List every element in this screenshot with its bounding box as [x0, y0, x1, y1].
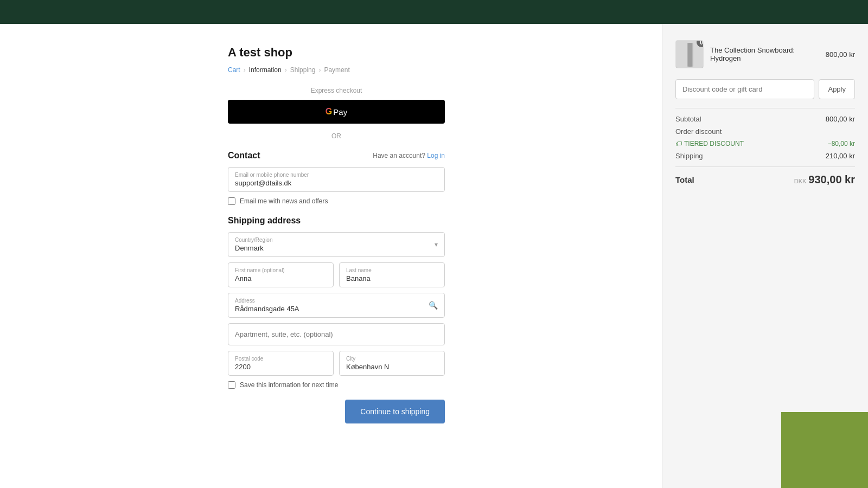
contact-title: Contact	[228, 151, 260, 160]
subtotal-row: Subtotal 800,00 kr	[675, 115, 855, 123]
city-field-group: City	[339, 351, 445, 376]
breadcrumb: Cart › Information › Shipping › Payment	[228, 66, 445, 74]
main-content: A test shop Cart › Information › Shippin…	[0, 24, 868, 488]
address-field-group: Address 🔍	[228, 293, 445, 318]
save-info-checkbox[interactable]	[228, 381, 235, 389]
last-name-input[interactable]	[340, 274, 444, 287]
discount-row: Apply	[675, 79, 855, 99]
checkout-panel: A test shop Cart › Information › Shippin…	[0, 24, 662, 488]
first-name-field-group: First name (optional)	[228, 262, 334, 287]
breadcrumb-information: Information	[249, 66, 282, 74]
contact-section-header: Contact Have an account? Log in	[228, 151, 445, 160]
country-input-wrapper: Country/Region Denmark ▾	[228, 232, 445, 257]
total-value: 930,00 kr	[808, 174, 855, 186]
breadcrumb-sep-3: ›	[318, 66, 321, 74]
login-link[interactable]: Log in	[427, 152, 445, 159]
or-divider: OR	[228, 132, 445, 140]
apt-field-group	[228, 323, 445, 345]
postal-field-group: Postal code	[228, 351, 334, 376]
first-name-label: First name (optional)	[228, 263, 333, 274]
first-name-input[interactable]	[228, 274, 333, 287]
tag-icon: 🏷	[675, 140, 682, 147]
product-price: 800,00 kr	[826, 50, 855, 59]
apt-input-wrapper	[228, 323, 445, 345]
top-bar	[0, 0, 868, 24]
total-value-group: DKK 930,00 kr	[794, 174, 855, 186]
last-name-input-wrapper: Last name	[339, 262, 445, 287]
discount-code-input[interactable]	[675, 79, 814, 99]
newsletter-checkbox[interactable]	[228, 197, 235, 205]
shop-title: A test shop	[228, 46, 445, 60]
shipping-row: Shipping 210,00 kr	[675, 152, 855, 160]
order-discount-row: Order discount	[675, 127, 855, 136]
search-icon: 🔍	[429, 301, 438, 310]
postal-city-row: Postal code City	[228, 351, 445, 376]
discount-tag: 🏷 TIERED DISCOUNT	[675, 140, 744, 147]
total-label: Total	[675, 175, 694, 184]
product-image: 0	[675, 40, 704, 68]
first-name-input-wrapper: First name (optional)	[228, 262, 334, 287]
continue-btn-row: Continue to shipping	[228, 400, 445, 423]
address-label: Address	[228, 293, 444, 305]
city-input-wrapper: City	[339, 351, 445, 376]
summary-divider-1	[675, 108, 855, 108]
save-info-checkbox-group: Save this information for next time	[228, 381, 445, 389]
subtotal-label: Subtotal	[675, 115, 701, 123]
subtotal-value: 800,00 kr	[826, 115, 855, 123]
email-label: Email or mobile phone number	[228, 168, 444, 179]
shipping-value: 210,00 kr	[826, 152, 855, 160]
product-name: The Collection Snowboard: Hydrogen	[710, 46, 819, 62]
breadcrumb-shipping: Shipping	[290, 66, 316, 74]
shipping-address-title: Shipping address	[228, 216, 445, 226]
country-select[interactable]: Denmark	[228, 244, 444, 256]
svg-rect-2	[687, 43, 693, 67]
country-field-group: Country/Region Denmark ▾	[228, 232, 445, 257]
order-discount-label: Order discount	[675, 127, 722, 136]
continue-to-shipping-button[interactable]: Continue to shipping	[345, 400, 445, 423]
address-input-wrapper: Address 🔍	[228, 293, 445, 318]
g-letter: G	[326, 107, 332, 117]
apt-input[interactable]	[228, 324, 444, 345]
country-label: Country/Region	[228, 233, 444, 244]
last-name-label: Last name	[340, 263, 444, 274]
last-name-field-group: Last name	[339, 262, 445, 287]
has-account-text: Have an account?	[373, 152, 425, 159]
email-field-group: Email or mobile phone number	[228, 167, 445, 192]
city-input[interactable]	[340, 363, 444, 375]
login-link-area: Have an account? Log in	[373, 152, 445, 159]
shipping-label: Shipping	[675, 152, 703, 160]
postal-input-wrapper: Postal code	[228, 351, 334, 376]
newsletter-checkbox-group: Email me with news and offers	[228, 197, 445, 205]
name-fields-row: First name (optional) Last name	[228, 262, 445, 287]
discount-value: −80,00 kr	[828, 140, 855, 147]
save-info-label[interactable]: Save this information for next time	[240, 381, 338, 389]
breadcrumb-sep-2: ›	[285, 66, 287, 74]
city-label: City	[340, 351, 444, 363]
newsletter-label[interactable]: Email me with news and offers	[240, 197, 328, 205]
pay-text: Pay	[333, 107, 347, 117]
order-item: 0 The Collection Snowboard: Hydrogen 800…	[675, 40, 855, 68]
chevron-down-icon: ▾	[435, 241, 438, 248]
email-input[interactable]	[228, 179, 444, 191]
total-row: Total DKK 930,00 kr	[675, 174, 855, 186]
breadcrumb-sep-1: ›	[244, 66, 246, 74]
summary-divider-2	[675, 166, 855, 167]
email-input-wrapper: Email or mobile phone number	[228, 167, 445, 192]
discount-name: TIERED DISCOUNT	[684, 140, 744, 147]
apply-discount-button[interactable]: Apply	[819, 79, 855, 99]
checkout-inner: A test shop Cart › Information › Shippin…	[228, 46, 445, 455]
postal-input[interactable]	[228, 363, 333, 375]
bottom-green-accent	[781, 412, 868, 488]
breadcrumb-payment: Payment	[324, 66, 349, 74]
total-currency: DKK	[794, 178, 807, 184]
address-input[interactable]	[228, 305, 444, 317]
gpay-button[interactable]: G Pay	[228, 100, 445, 124]
postal-label: Postal code	[228, 351, 333, 363]
breadcrumb-cart[interactable]: Cart	[228, 66, 240, 74]
express-checkout-label: Express checkout	[228, 87, 445, 94]
gpay-logo: G Pay	[326, 107, 347, 117]
discount-name-row: 🏷 TIERED DISCOUNT −80,00 kr	[675, 140, 855, 147]
